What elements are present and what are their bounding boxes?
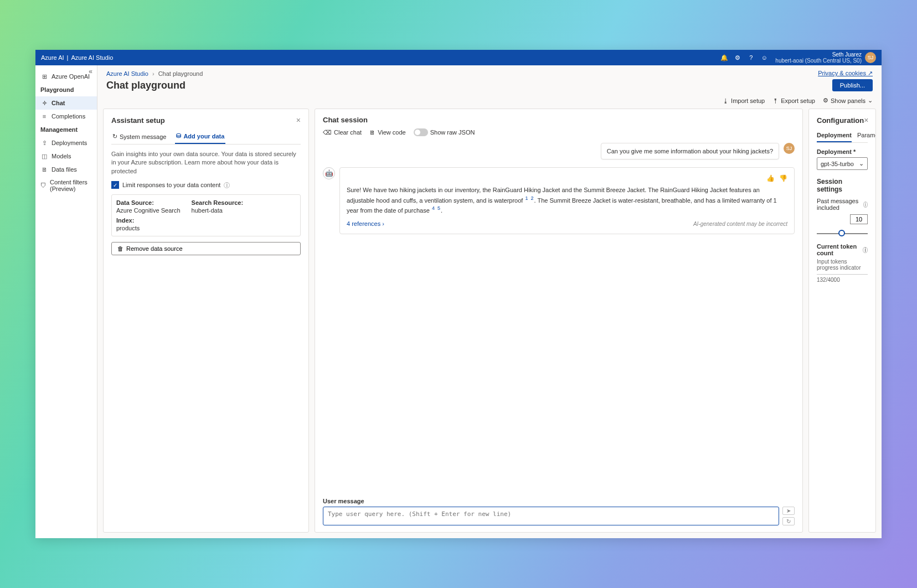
- info-icon[interactable]: i: [863, 202, 868, 208]
- settings-icon[interactable]: ⚙: [731, 51, 744, 64]
- collapse-sidebar-icon[interactable]: «: [89, 68, 92, 75]
- limit-responses-row[interactable]: ✓ Limit responses to your data content i: [111, 181, 301, 189]
- chevron-down-icon: ⌄: [868, 97, 873, 104]
- chevron-right-icon: ›: [152, 70, 154, 77]
- data-icon: ⛁: [176, 132, 181, 140]
- export-icon: ⭱: [772, 97, 779, 104]
- json-toggle[interactable]: [414, 128, 428, 136]
- sidebar-item-models[interactable]: ◫ Models: [35, 149, 97, 163]
- tab-parameters[interactable]: Parameters: [857, 129, 876, 142]
- slider-thumb[interactable]: [838, 230, 845, 236]
- panel-title: Configuration: [817, 116, 864, 125]
- user-message-bubble: Can you give me some information about y…: [601, 143, 779, 159]
- info-icon[interactable]: i: [224, 182, 230, 188]
- index-label: Index:: [116, 217, 296, 224]
- tab-system-message[interactable]: ↻System message: [111, 129, 167, 144]
- references-link[interactable]: 4 references ›: [347, 219, 384, 229]
- send-button[interactable]: ➤: [782, 507, 795, 515]
- sidebar-item-deployments[interactable]: ⇪ Deployments: [35, 136, 97, 149]
- bot-message-row: 🤖 👍 👎 Sure! We have two hiking jackets i…: [323, 167, 795, 234]
- breadcrumb: Azure AI Studio › Chat playground: [106, 70, 203, 77]
- panel-assistant-setup: Assistant setup × ↻System message ⛁Add y…: [103, 109, 309, 533]
- sidebar: « ⊞ Azure OpenAI Playground ✧ Chat ≡ Com…: [35, 65, 97, 538]
- import-icon: ⭳: [723, 97, 729, 104]
- session-settings-title: Session settings: [817, 178, 868, 193]
- top-bar: Azure AI | Azure AI Studio 🔔 ⚙ ? ☺ Seth …: [35, 50, 882, 65]
- view-code-button[interactable]: 🗎View code: [369, 129, 406, 136]
- breadcrumb-root[interactable]: Azure AI Studio: [106, 70, 148, 77]
- feedback-icon[interactable]: ☺: [758, 51, 771, 64]
- citation-1[interactable]: 1: [524, 195, 528, 201]
- notifications-icon[interactable]: 🔔: [718, 51, 731, 64]
- sidebar-item-content-filters[interactable]: ⛉ Content filters (Preview): [35, 176, 97, 195]
- bot-message-bubble: 👍 👎 Sure! We have two hiking jackets in …: [339, 167, 795, 234]
- sidebar-label: Chat: [51, 100, 65, 106]
- clear-chat-button[interactable]: ⌫Clear chat: [323, 129, 362, 136]
- thumbs-up-icon[interactable]: 👍: [766, 173, 775, 183]
- data-source-value: Azure Cognitive Search: [116, 207, 181, 214]
- main-content: Azure AI Studio › Chat playground Privac…: [97, 65, 882, 538]
- user-message-label: User message: [323, 498, 795, 504]
- show-raw-json-toggle-row: Show raw JSON: [414, 128, 475, 136]
- close-icon[interactable]: ×: [296, 116, 301, 125]
- sidebar-label: Data files: [51, 166, 77, 173]
- checkbox-checked-icon[interactable]: ✓: [111, 181, 119, 189]
- data-source-card: Data Source: Azure Cognitive Search Sear…: [111, 194, 301, 236]
- import-setup-button[interactable]: ⭳Import setup: [723, 97, 765, 104]
- past-messages-slider[interactable]: [817, 233, 868, 234]
- regenerate-button[interactable]: ↻: [782, 517, 795, 525]
- sidebar-item-data-files[interactable]: 🗎 Data files: [35, 163, 97, 176]
- deployment-select[interactable]: gpt-35-turbo ⌄: [817, 157, 868, 170]
- app-window: Azure AI | Azure AI Studio 🔔 ⚙ ? ☺ Seth …: [35, 50, 882, 538]
- publish-button[interactable]: Publish...: [832, 79, 873, 91]
- bot-avatar-icon: 🤖: [323, 167, 335, 179]
- citation-5[interactable]: 5: [437, 205, 441, 211]
- past-messages-input[interactable]: [850, 214, 868, 224]
- breadcrumb-row: Azure AI Studio › Chat playground Privac…: [97, 65, 882, 77]
- brand-studio[interactable]: Azure AI Studio: [71, 54, 113, 61]
- broom-icon: ⌫: [323, 129, 332, 136]
- help-icon[interactable]: ?: [744, 51, 758, 64]
- deployment-value: gpt-35-turbo: [821, 161, 854, 167]
- assistant-tabs: ↻System message ⛁Add your data: [111, 129, 301, 145]
- token-progress-bar: [817, 274, 868, 275]
- user-name: Seth Juarez: [775, 51, 862, 58]
- panel-configuration: Configuration × Deployment Parameters De…: [808, 109, 876, 533]
- completions-icon: ≡: [40, 112, 48, 120]
- search-resource-label: Search Resource:: [192, 199, 244, 206]
- citation-2[interactable]: 2: [530, 195, 534, 201]
- content-filters-icon: ⛉: [40, 182, 47, 189]
- citation-4[interactable]: 4: [431, 205, 435, 211]
- info-icon[interactable]: i: [863, 247, 868, 253]
- close-icon[interactable]: ×: [864, 116, 868, 125]
- remove-data-source-button[interactable]: 🗑Remove data source: [111, 242, 301, 255]
- user-message-input[interactable]: [323, 507, 779, 525]
- sidebar-label: Deployments: [51, 140, 87, 146]
- user-menu[interactable]: Seth Juarez hubert-aoai (South Central U…: [775, 51, 876, 64]
- export-setup-button[interactable]: ⭱Export setup: [772, 97, 815, 104]
- privacy-cookies-link[interactable]: Privacy & cookies ↗: [818, 70, 873, 77]
- breadcrumb-current: Chat playground: [158, 70, 203, 77]
- sidebar-label: Models: [51, 153, 71, 159]
- brand-azure-ai[interactable]: Azure AI: [41, 54, 64, 61]
- sidebar-item-chat[interactable]: ✧ Chat: [35, 96, 97, 110]
- tab-deployment[interactable]: Deployment: [817, 129, 852, 142]
- models-icon: ◫: [40, 152, 48, 160]
- search-resource-value: hubert-data: [192, 207, 244, 214]
- user-subscription: hubert-aoai (South Central US, S0): [775, 58, 862, 64]
- thumbs-down-icon[interactable]: 👎: [779, 173, 787, 183]
- panel-title: Assistant setup: [111, 116, 165, 125]
- sidebar-item-azure-openai[interactable]: ⊞ Azure OpenAI: [35, 70, 97, 83]
- refresh-icon: ↻: [112, 133, 117, 140]
- data-files-icon: 🗎: [40, 166, 48, 173]
- brand-separator: |: [67, 54, 69, 61]
- sidebar-item-completions[interactable]: ≡ Completions: [35, 110, 97, 123]
- show-panels-button[interactable]: ⚙Show panels ⌄: [823, 97, 873, 104]
- trash-icon: 🗑: [117, 245, 123, 252]
- user-message-row: Can you give me some information about y…: [323, 143, 795, 159]
- user-input-area: User message ➤ ↻: [323, 498, 795, 525]
- user-avatar-small: SJ: [784, 143, 795, 154]
- token-value: 132/4000: [817, 277, 868, 283]
- page-header: Chat playground Publish...: [97, 77, 882, 97]
- tab-add-your-data[interactable]: ⛁Add your data: [175, 129, 225, 144]
